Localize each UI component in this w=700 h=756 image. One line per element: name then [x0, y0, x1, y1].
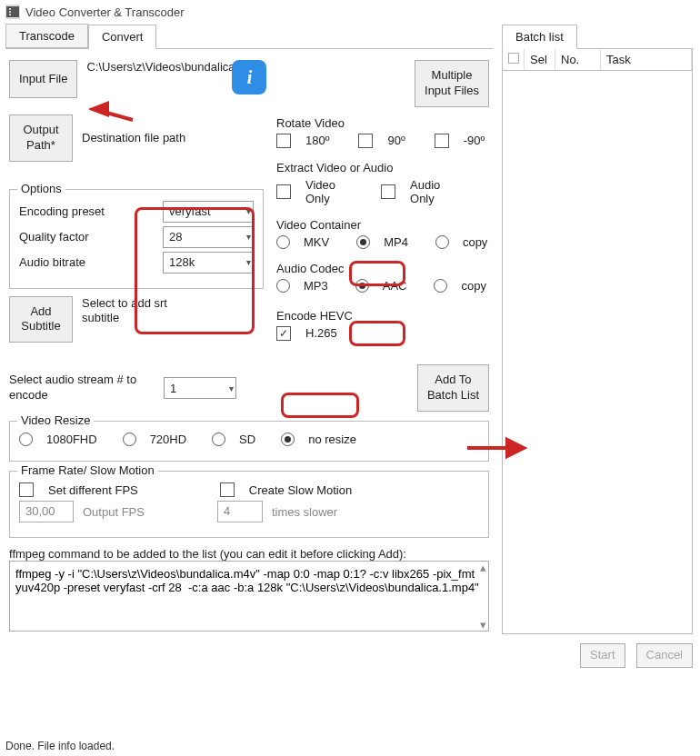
batch-select-all-checkbox[interactable]	[508, 53, 519, 64]
svg-rect-2	[9, 11, 11, 13]
rotate-180-checkbox[interactable]	[276, 134, 291, 148]
ffmpeg-cmd-textarea[interactable]	[9, 561, 489, 632]
audio-bitrate-select[interactable]: 128k▾	[163, 252, 254, 274]
options-legend: Options	[17, 182, 65, 195]
scrollbar[interactable]: ▴▾	[476, 561, 489, 632]
chevron-down-icon: ▾	[229, 383, 234, 393]
container-mkv-radio[interactable]	[276, 235, 290, 249]
tab-transcode[interactable]: Transcode	[5, 24, 88, 48]
codec-mp3-radio[interactable]	[276, 279, 290, 293]
encoding-preset-label: Encoding preset	[19, 204, 105, 218]
add-to-batch-button[interactable]: Add To Batch List	[417, 364, 489, 412]
quality-factor-label: Quality factor	[19, 230, 89, 244]
batch-table-header: Sel No. Task	[502, 48, 693, 71]
main-tabs: Transcode Convert	[5, 24, 493, 49]
h265-checkbox[interactable]: ✓	[276, 326, 291, 341]
multiple-input-button[interactable]: Multiple Input Files	[415, 60, 489, 107]
rotate-90-checkbox[interactable]	[358, 134, 373, 148]
status-bar: Done. File info loaded.	[5, 740, 115, 752]
encoding-preset-select[interactable]: veryfast▾	[163, 201, 254, 223]
options-group: Options Encoding preset veryfast▾ Qualit…	[9, 189, 264, 289]
output-path-button[interactable]: Output Path*	[9, 114, 73, 162]
svg-rect-0	[6, 6, 19, 17]
resize-1080-radio[interactable]	[19, 433, 33, 446]
container-copy-radio[interactable]	[435, 235, 449, 249]
rotate-neg90-checkbox[interactable]	[435, 134, 449, 148]
times-slower-label: times slower	[272, 505, 337, 519]
window-title: Video Converter & Transcoder	[25, 5, 185, 19]
select-srt-label: Select to add srt subtitle	[82, 296, 191, 327]
video-only-checkbox[interactable]	[276, 184, 291, 199]
audio-codec-label: Audio Codec	[276, 262, 489, 275]
chevron-down-icon: ▾	[246, 206, 251, 216]
resize-720-radio[interactable]	[123, 433, 136, 446]
audio-bitrate-label: Audio bitrate	[19, 255, 85, 269]
ffmpeg-cmd-label: ffmpeg command to be added to the list (…	[9, 547, 489, 561]
svg-rect-3	[9, 14, 11, 15]
audio-only-checkbox[interactable]	[381, 184, 395, 199]
tab-convert[interactable]: Convert	[88, 25, 157, 49]
tab-batch-list[interactable]: Batch list	[502, 25, 577, 49]
framerate-group: Frame Rate/ Slow Motion Set different FP…	[9, 471, 489, 538]
create-slow-checkbox[interactable]	[220, 482, 235, 497]
titlebar: Video Converter & Transcoder	[0, 0, 700, 24]
container-mp4-radio[interactable]	[356, 235, 370, 249]
cancel-button[interactable]: Cancel	[636, 643, 693, 668]
encode-hevc-label: Encode HEVC	[276, 309, 489, 323]
fps-input[interactable]: 30,00	[19, 501, 74, 522]
app-icon	[5, 5, 20, 19]
chevron-down-icon: ▾	[246, 257, 251, 267]
slow-times-input[interactable]: 4	[217, 501, 263, 522]
chevron-down-icon: ▾	[246, 232, 251, 242]
output-fps-label: Output FPS	[83, 505, 145, 519]
svg-rect-1	[9, 8, 11, 10]
input-file-path: C:\Users\z\Videos\bundalica.m4v	[86, 60, 223, 75]
video-resize-group: Video Resize 1080FHD 720HD SD no resize	[9, 421, 489, 462]
batch-list-body	[502, 71, 693, 634]
extract-label: Extract Video or Audio	[276, 161, 489, 174]
audio-stream-select[interactable]: 1▾	[164, 377, 236, 399]
set-fps-checkbox[interactable]	[19, 482, 34, 497]
resize-none-radio[interactable]	[281, 433, 295, 446]
rotate-video-label: Rotate Video	[276, 116, 489, 130]
codec-copy-radio[interactable]	[434, 279, 447, 293]
resize-sd-radio[interactable]	[212, 433, 225, 446]
output-path-label: Destination file path	[82, 131, 185, 144]
start-button[interactable]: Start	[580, 643, 625, 668]
input-file-button[interactable]: Input File	[9, 60, 77, 98]
codec-aac-radio[interactable]	[355, 279, 369, 293]
select-audio-stream-label: Select audio stream # to encode	[9, 373, 155, 403]
add-subtitle-button[interactable]: Add Subtitle	[9, 296, 73, 343]
video-container-label: Video Container	[276, 218, 489, 232]
quality-factor-select[interactable]: 28▾	[163, 226, 254, 248]
info-icon[interactable]: i	[232, 60, 266, 94]
